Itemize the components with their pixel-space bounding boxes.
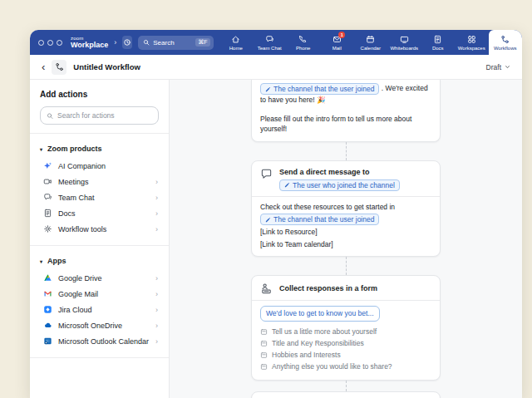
whiteboard-icon <box>400 35 409 44</box>
sidebar-item-google-mail[interactable]: Google Mail › <box>40 286 159 302</box>
team-chat-icon <box>42 193 52 203</box>
pencil-icon <box>265 217 271 223</box>
short-answer-icon <box>260 363 268 371</box>
actions-search-input[interactable] <box>57 111 152 120</box>
main-area: Add actions ▾ Zoom products AI Companion <box>30 80 522 398</box>
sidebar-item-jira-cloud[interactable]: Jira Cloud › <box>40 302 159 317</box>
nav-workspaces[interactable]: Workspaces <box>455 30 489 55</box>
status-dropdown[interactable]: Draft <box>486 63 510 71</box>
logo-workplace-text: Workplace <box>71 42 108 49</box>
sidebar-item-workflow-tools[interactable]: Workflow tools › <box>40 221 159 237</box>
workflow-step-card-collect-form[interactable]: Collect responses in a form We'd love to… <box>251 275 441 381</box>
search-shortcut: ⌘F <box>195 38 209 47</box>
nav-docs[interactable]: Docs <box>421 30 456 55</box>
message-text: Please fill out the intro form to tell u… <box>260 114 431 135</box>
nav-calendar[interactable]: Calendar <box>354 30 388 55</box>
calendar-icon <box>366 35 375 44</box>
workflow-type-chip <box>52 60 66 75</box>
chevron-right-icon: › <box>155 322 159 330</box>
workflows-icon <box>500 35 510 44</box>
sidebar-item-google-drive[interactable]: Google Drive › <box>40 270 159 286</box>
section-zoom-products[interactable]: ▾ Zoom products <box>40 142 159 158</box>
global-search[interactable]: Search ⌘F <box>138 36 213 50</box>
gmail-icon <box>42 289 52 299</box>
caret-down-icon: ▾ <box>40 258 42 264</box>
form-responses-icon <box>260 283 273 295</box>
short-answer-icon <box>260 351 268 359</box>
form-question: Hobbies and Interests <box>260 350 431 361</box>
variable-pill-channel[interactable]: The channel that the user joined <box>260 83 379 95</box>
add-actions-sidebar: Add actions ▾ Zoom products AI Companion <box>30 80 170 398</box>
workflow-step-card-direct-message[interactable]: Send a direct message to The user who jo… <box>251 160 441 258</box>
caret-down-icon: ▾ <box>40 146 42 152</box>
status-badge: Draft <box>486 63 501 71</box>
sidebar-item-meetings[interactable]: Meetings › <box>40 174 159 189</box>
divider <box>30 357 169 358</box>
history-button[interactable] <box>122 36 132 49</box>
sidebar-item-ai-companion[interactable]: AI Companion <box>40 158 159 174</box>
flow-connector <box>346 142 347 160</box>
form-title-link[interactable]: We'd love to get to know you bet... <box>260 306 380 322</box>
docs-icon <box>433 35 442 44</box>
short-answer-icon <box>260 340 268 347</box>
card-title: Collect responses in a form <box>279 283 377 293</box>
team-chat-icon <box>265 35 274 44</box>
actions-search[interactable] <box>40 106 159 125</box>
variable-pill-user[interactable]: The user who joined the channel <box>279 179 400 191</box>
chevron-right-icon: › <box>155 337 159 346</box>
chevron-right-icon: › <box>155 306 159 314</box>
search-icon <box>143 39 150 46</box>
outlook-calendar-icon <box>42 337 52 346</box>
variable-pill-channel[interactable]: The channel that the user joined <box>260 214 379 225</box>
nav-whiteboards[interactable]: Whiteboards <box>387 30 421 55</box>
workflow-header: ‹ Untitled Workflow Draft <box>30 55 522 80</box>
back-button[interactable]: ‹ <box>42 61 45 72</box>
app-window: zoom Workplace › Search ⌘F Home Team Cha… <box>30 30 522 398</box>
gear-icon <box>42 224 52 234</box>
form-question: Anything else you would like to share? <box>260 361 431 373</box>
pencil-icon <box>265 86 271 92</box>
sidebar-item-microsoft-onedrive[interactable]: Microsoft OneDrive › <box>40 317 159 333</box>
home-icon <box>231 35 240 44</box>
nav-home[interactable]: Home <box>219 30 254 55</box>
workflow-flow: The channel that the user joined . We're… <box>251 80 441 398</box>
window-control-minimize[interactable] <box>47 40 53 46</box>
nav-mail[interactable]: 1 Mail <box>320 30 354 55</box>
workflow-step-card-message-intro[interactable]: The channel that the user joined . We're… <box>251 80 441 142</box>
workflow-step-card-channel-message[interactable]: Send a message to The channel that the u… <box>251 391 441 398</box>
sidebar-item-microsoft-outlook-calendar[interactable]: Microsoft Outlook Calendar › <box>40 333 159 349</box>
sidebar-item-docs[interactable]: Docs › <box>40 205 159 221</box>
card-title: Send a direct message to <box>279 167 400 177</box>
flow-connector <box>346 381 347 391</box>
workspaces-icon <box>467 35 476 44</box>
google-drive-icon <box>42 273 52 283</box>
meetings-icon <box>42 177 52 187</box>
chevron-right-icon: › <box>155 194 159 202</box>
search-placeholder: Search <box>153 39 174 47</box>
form-question: Title and Key Responsibilities <box>260 338 431 350</box>
link-placeholder: [Link to Team calendar] <box>260 239 431 250</box>
nav-workflows[interactable]: Workflows <box>489 30 523 55</box>
chevron-down-icon <box>505 64 510 70</box>
topbar: zoom Workplace › Search ⌘F Home Team Cha… <box>30 30 522 55</box>
sidebar-item-team-chat[interactable]: Team Chat › <box>40 189 159 205</box>
message-text: Check out these resources to get started… <box>260 202 431 213</box>
workflow-icon <box>55 62 64 71</box>
nav-phone[interactable]: Phone <box>287 30 321 55</box>
window-control-close[interactable] <box>38 40 44 46</box>
chevron-right-icon: › <box>155 290 159 298</box>
window-controls <box>38 40 62 46</box>
chevron-right-icon: › <box>155 274 159 283</box>
pencil-icon <box>284 182 290 188</box>
section-apps[interactable]: ▾ Apps <box>40 254 159 270</box>
mail-unread-badge: 1 <box>338 32 345 38</box>
clock-icon <box>123 38 131 47</box>
chevron-right-icon[interactable]: › <box>114 39 116 47</box>
chevron-right-icon: › <box>155 178 159 186</box>
window-control-maximize[interactable] <box>57 40 62 46</box>
onedrive-icon <box>42 321 52 331</box>
chevron-right-icon: › <box>155 209 159 218</box>
workflow-canvas[interactable]: The channel that the user joined . We're… <box>170 80 522 398</box>
chevron-right-icon: › <box>155 225 159 233</box>
nav-team-chat[interactable]: Team Chat <box>253 30 287 55</box>
